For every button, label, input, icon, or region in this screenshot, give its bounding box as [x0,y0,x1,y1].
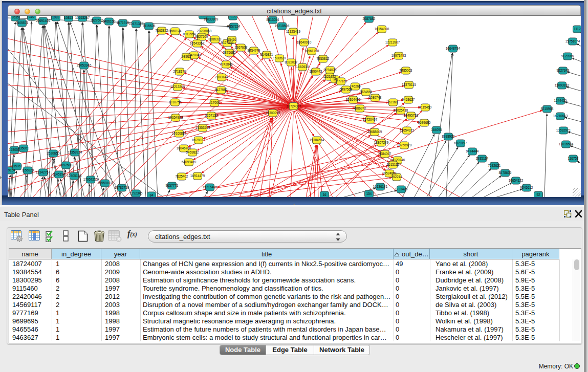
svg-text:2935114: 2935114 [476,157,489,160]
svg-text:8454749: 8454749 [248,49,260,52]
svg-text:7485063: 7485063 [400,69,412,72]
svg-text:15466: 15466 [227,38,236,41]
svg-text:7357224: 7357224 [228,25,241,28]
svg-text:6879197: 6879197 [454,141,467,145]
svg-text:98961: 98961 [182,55,191,58]
svg-text:19524851: 19524851 [382,171,397,175]
svg-text:16: 16 [322,193,326,196]
svg-text:1145194: 1145194 [53,172,66,176]
svg-text:1983: 1983 [52,16,60,19]
svg-text:19654983: 19654983 [168,116,183,119]
svg-text:10756928: 10756928 [397,143,412,147]
svg-text:7663822: 7663822 [156,29,168,32]
svg-text:12375115: 12375115 [402,83,416,86]
svg-text:18724007: 18724007 [287,104,301,108]
svg-text:9397588: 9397588 [60,163,73,167]
svg-text:17359934: 17359934 [68,150,82,154]
svg-text:209: 209 [201,16,206,17]
svg-text:10671355: 10671355 [129,22,144,26]
svg-text:1588520: 1588520 [273,56,286,60]
svg-text:10853: 10853 [64,16,73,19]
svg-text:1615132: 1615132 [387,163,400,166]
svg-text:18807249: 18807249 [374,141,389,144]
svg-text:15751074: 15751074 [565,39,580,43]
svg-text:1990443: 1990443 [310,70,322,73]
svg-text:2718176: 2718176 [173,70,186,73]
svg-text:7135: 7135 [229,16,237,18]
svg-text:9245612: 9245612 [520,186,533,189]
svg-text:116753: 116753 [568,157,579,160]
svg-text:8635: 8635 [12,16,19,19]
svg-text:8912954: 8912954 [183,32,196,36]
svg-text:9657771: 9657771 [166,184,179,187]
svg-text:6497568: 6497568 [340,87,353,91]
svg-text:1071915: 1071915 [117,21,129,25]
svg-text:1662615: 1662615 [296,65,309,69]
svg-text:164095: 164095 [431,128,442,132]
svg-text:20691406: 20691406 [36,19,51,23]
svg-text:10543362: 10543362 [190,41,205,45]
svg-text:3875685: 3875685 [223,51,236,54]
svg-text:9129966: 9129966 [561,54,574,58]
svg-text:3267130: 3267130 [205,114,218,117]
svg-text:17957255: 17957255 [83,178,98,181]
svg-text:15720407: 15720407 [363,118,378,121]
svg-text:8660124: 8660124 [169,29,182,33]
svg-text:19166827: 19166827 [172,132,187,135]
svg-text:10958107: 10958107 [98,181,113,185]
svg-text:9794078: 9794078 [324,68,337,72]
svg-text:8322037: 8322037 [285,60,298,64]
svg-text:10025438: 10025438 [394,108,408,112]
svg-text:8215958: 8215958 [541,107,554,111]
svg-text:54099469: 54099469 [182,160,197,164]
svg-text:17016504: 17016504 [559,142,574,146]
svg-text:160: 160 [29,16,35,18]
svg-text:2367608: 2367608 [235,46,248,49]
svg-text:9227343: 9227343 [557,69,570,72]
svg-text:2803144: 2803144 [215,75,228,79]
svg-text:2405571: 2405571 [16,21,29,25]
svg-text:7632621: 7632621 [488,164,501,167]
svg-text:9827509: 9827509 [195,35,208,38]
svg-text:18640910: 18640910 [297,40,312,44]
svg-text:9327505: 9327505 [221,41,234,45]
svg-text:16120746: 16120746 [390,158,405,162]
svg-text:16136141: 16136141 [373,185,388,188]
svg-text:746266: 746266 [350,84,361,88]
svg-text:29053346: 29053346 [77,63,92,67]
svg-text:1244415: 1244415 [554,99,567,102]
svg-text:9474444: 9474444 [466,149,479,153]
svg-text:12342757: 12342757 [36,170,51,174]
svg-text:1292346: 1292346 [130,191,143,195]
svg-text:13692971: 13692971 [556,128,571,132]
svg-text:19384554: 19384554 [310,138,324,142]
svg-text:62160: 62160 [388,100,398,104]
svg-text:16046766: 16046766 [177,146,191,150]
svg-text:13495758: 13495758 [404,114,419,117]
svg-text:8478676: 8478676 [499,171,512,174]
svg-text:8938923: 8938923 [442,135,455,138]
svg-text:7625402: 7625402 [176,174,188,178]
svg-text:12213967: 12213967 [385,40,400,44]
svg-text:9115460: 9115460 [419,105,432,109]
svg-text:2087682: 2087682 [363,17,376,20]
svg-text:10654122: 10654122 [509,179,524,182]
svg-text:19654923: 19654923 [400,128,415,132]
svg-text:6466160: 6466160 [103,19,116,23]
svg-text:835061: 835061 [11,164,23,168]
svg-text:2620650: 2620650 [47,151,60,155]
svg-text:16782759: 16782759 [115,186,129,189]
svg-text:14353594: 14353594 [195,126,210,129]
svg-text:20364436: 20364436 [346,98,361,101]
svg-text:1010755: 1010755 [169,100,182,104]
svg-text:23226058: 23226058 [197,29,212,33]
svg-text:11325419: 11325419 [286,30,300,33]
svg-text:12213369: 12213369 [170,85,185,89]
svg-text:84: 84 [149,193,154,197]
svg-text:1527602: 1527602 [91,18,103,22]
svg-text:1112: 1112 [574,27,581,31]
svg-text:10973493: 10973493 [391,54,406,57]
svg-text:16210643: 16210643 [553,114,568,118]
svg-text:16648784: 16648784 [446,47,461,50]
svg-text:9777169: 9777169 [335,79,347,83]
